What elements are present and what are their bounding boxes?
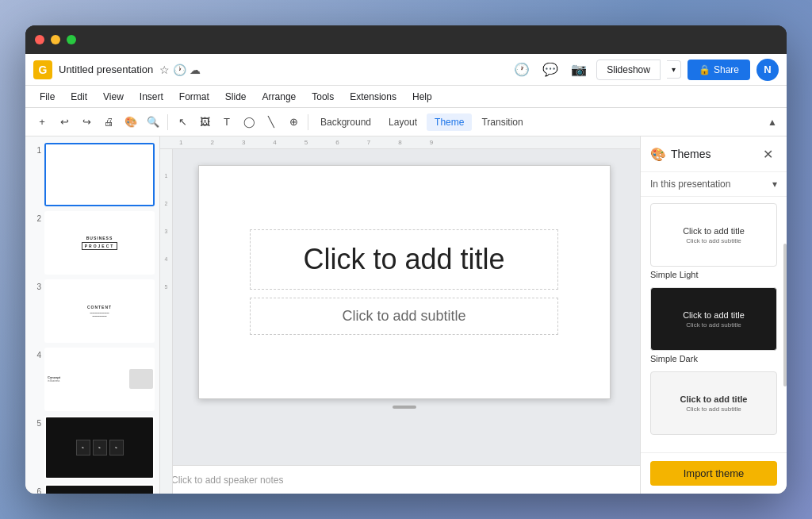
scroll-indicator	[393, 406, 416, 409]
slide-item-3[interactable]: 3 CONTENT ▬▬▬▬▬▬▬▬ ▬▬▬▬▬▬	[30, 279, 155, 343]
doc-title[interactable]: Untitled presentation	[59, 63, 153, 75]
redo-button[interactable]: ↪	[76, 112, 97, 133]
app-window: G Untitled presentation ☆ 🕐 ☁ 🕐 💬 📷 Slid…	[25, 25, 787, 494]
themes-section-toggle[interactable]: In this presentation ▾	[650, 179, 777, 190]
import-theme-button[interactable]: Import theme	[650, 461, 777, 486]
slide-item-2[interactable]: 2 BUSINESS PROJECT	[30, 211, 155, 275]
slide-thumb-6[interactable]: STATISTICS 80%	[44, 484, 155, 494]
slide-item-5[interactable]: 5 🛍 🛍 🛍	[30, 416, 155, 479]
zoom-button[interactable]: 🔍	[143, 112, 163, 133]
slide-thumb-1[interactable]	[44, 143, 155, 206]
themes-scrollbar[interactable]	[783, 244, 787, 386]
add-slide-button[interactable]: +	[32, 112, 52, 133]
slide-thumb-2[interactable]: BUSINESS PROJECT	[44, 211, 155, 275]
theme-tab[interactable]: Theme	[427, 113, 472, 131]
ruler-vertical: 1 2 3 4 5	[160, 149, 173, 494]
slide-item-1[interactable]: 1	[30, 143, 155, 206]
theme-simple-open[interactable]: Click to add title Click to add subtitle	[650, 371, 777, 438]
menu-view[interactable]: View	[97, 90, 130, 104]
undo-button[interactable]: ↩	[54, 112, 75, 133]
slide-item-4[interactable]: 4 Concept in Business	[30, 348, 155, 411]
toolbar: + ↩ ↪ 🖨 🎨 🔍 ↖ 🖼 T ◯ ╲ ⊕ Background Layou…	[25, 108, 787, 136]
slide-item-6[interactable]: 6 STATISTICS 80%	[30, 484, 155, 494]
close-button[interactable]	[35, 35, 44, 44]
menu-file[interactable]: File	[33, 90, 61, 104]
top-bar-actions: 🕐 💬 📷 Slideshow ▾ 🔒 Share N	[511, 59, 779, 81]
star-icon[interactable]: ☆	[159, 63, 170, 76]
share-label: Share	[714, 64, 739, 75]
themes-footer: Import theme	[641, 452, 787, 494]
theme-preview-gray-subtitle: Click to add subtitle	[686, 406, 741, 413]
menu-help[interactable]: Help	[406, 90, 439, 104]
more-button[interactable]: ⊕	[283, 112, 304, 133]
slide-thumb-4[interactable]: Concept in Business	[44, 348, 155, 411]
theme-preview-dark[interactable]: Click to add title Click to add subtitle	[650, 287, 777, 351]
print-button[interactable]: 🖨	[98, 112, 119, 133]
theme-light-name: Simple Light	[650, 270, 777, 279]
canvas-area: 1 2 3 4 5 6 7 8 9 1 2 3 4 5	[160, 136, 640, 494]
themes-close-button[interactable]: ✕	[758, 144, 777, 163]
main-area: 1 2 BUSINESS PROJECT	[25, 136, 787, 494]
select-button[interactable]: ↖	[172, 112, 193, 133]
minimize-button[interactable]	[51, 35, 60, 44]
text-button[interactable]: T	[216, 112, 237, 133]
background-tab[interactable]: Background	[312, 113, 379, 131]
menu-insert[interactable]: Insert	[133, 90, 170, 104]
theme-simple-light[interactable]: Click to add title Click to add subtitle…	[650, 203, 777, 279]
menu-slide[interactable]: Slide	[219, 90, 253, 104]
history-icon[interactable]: 🕐	[173, 63, 186, 76]
menu-tools[interactable]: Tools	[305, 90, 340, 104]
speaker-notes-area[interactable]: Click to add speaker notes	[160, 465, 640, 494]
camera-button[interactable]: 📷	[568, 59, 590, 81]
ruler-horizontal: 1 2 3 4 5 6 7 8 9	[160, 136, 640, 149]
slide-title-area[interactable]: Click to add title	[250, 229, 558, 290]
slide-canvas[interactable]: Click to add title Click to add subtitle	[198, 165, 611, 399]
image-button[interactable]: 🖼	[194, 112, 215, 133]
line-button[interactable]: ╲	[261, 112, 282, 133]
menu-edit[interactable]: Edit	[64, 90, 94, 104]
toolbar-divider-2	[308, 114, 308, 130]
themes-header: 🎨 Themes ✕	[641, 136, 787, 172]
theme-preview-gray-title: Click to add title	[680, 394, 748, 404]
themes-section: In this presentation ▾	[641, 172, 787, 197]
theme-preview-gray[interactable]: Click to add title Click to add subtitle	[650, 371, 777, 435]
cloud-icon[interactable]: ☁	[190, 63, 201, 76]
themes-list: Click to add title Click to add subtitle…	[641, 197, 787, 452]
transition-tab[interactable]: Transition	[473, 113, 530, 131]
slide-title-placeholder[interactable]: Click to add title	[303, 243, 504, 275]
share-button[interactable]: 🔒 Share	[688, 60, 750, 80]
theme-preview-dark-subtitle: Click to add subtitle	[686, 321, 741, 329]
avatar[interactable]: N	[756, 59, 779, 81]
toolbar-divider	[167, 114, 168, 130]
slide-subtitle-placeholder[interactable]: Click to add subtitle	[342, 308, 465, 324]
theme-preview-light[interactable]: Click to add title Click to add subtitle	[650, 203, 777, 267]
comments-button[interactable]: 💬	[539, 59, 561, 81]
menu-extensions[interactable]: Extensions	[343, 90, 403, 104]
shapes-button[interactable]: ◯	[239, 112, 259, 133]
themes-section-label: In this presentation	[650, 179, 730, 190]
activity-history-button[interactable]: 🕐	[511, 59, 533, 81]
slideshow-button[interactable]: Slideshow	[596, 60, 661, 80]
paint-format-button[interactable]: 🎨	[121, 112, 141, 133]
themes-panel: 🎨 Themes ✕ In this presentation ▾ Click …	[640, 136, 787, 494]
slide-num-3: 3	[30, 279, 41, 291]
app-icon-label: G	[39, 63, 48, 76]
themes-section-chevron[interactable]: ▾	[772, 179, 777, 190]
titlebar	[25, 25, 787, 54]
menu-arrange[interactable]: Arrange	[256, 90, 303, 104]
canvas-scroll: Click to add title Click to add subtitle	[160, 149, 640, 465]
toolbar-collapse-button[interactable]: ▲	[764, 114, 780, 130]
slideshow-dropdown-button[interactable]: ▾	[667, 60, 681, 79]
menu-format[interactable]: Format	[173, 90, 216, 104]
slide-subtitle-area[interactable]: Click to add subtitle	[250, 298, 558, 335]
menu-bar: File Edit View Insert Format Slide Arran…	[25, 86, 787, 108]
layout-tab[interactable]: Layout	[381, 113, 425, 131]
theme-simple-dark[interactable]: Click to add title Click to add subtitle…	[650, 287, 777, 363]
maximize-button[interactable]	[67, 35, 76, 44]
title-icons: ☆ 🕐 ☁	[159, 63, 201, 76]
speaker-notes-placeholder[interactable]: Click to add speaker notes	[171, 475, 283, 486]
slide-thumb-5[interactable]: 🛍 🛍 🛍	[44, 416, 155, 479]
slide-num-4: 4	[30, 348, 41, 359]
share-lock-icon: 🔒	[699, 64, 710, 75]
slide-thumb-3[interactable]: CONTENT ▬▬▬▬▬▬▬▬ ▬▬▬▬▬▬	[44, 279, 155, 343]
